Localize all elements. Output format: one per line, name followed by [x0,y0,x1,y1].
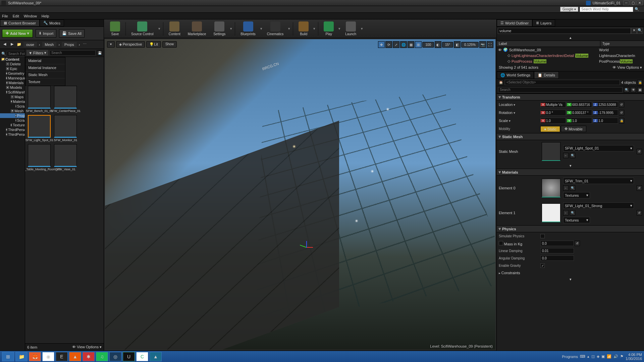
unreal-icon[interactable]: U [123,352,135,361]
rotate-tool[interactable]: ⟳ [385,41,392,48]
filter-material[interactable]: Material [25,57,65,64]
toolbar-settings[interactable]: Settings [210,21,229,37]
simulate-physics-checkbox[interactable] [540,234,545,238]
toolbar-settings-drop[interactable]: ▾ [229,26,233,31]
outliner-view-options[interactable]: 👁 View Options ▾ [612,65,642,70]
volume-icon[interactable]: 🔊 [613,354,618,359]
crumb-props[interactable]: Props [62,42,77,47]
tab-world-outliner[interactable]: ☰World Outliner [497,19,532,26]
toolbar-source-control-drop[interactable]: ▾ [158,26,161,31]
location-y-input[interactable] [572,102,592,107]
outliner-col-label[interactable]: Label [497,41,600,47]
tree-mannequin[interactable]: ▸Mannequin [0,76,25,80]
tree-scrap1[interactable]: ▪Scrap [0,104,25,109]
selected-objects-input[interactable] [505,80,620,85]
filter-material-instance[interactable]: Material Instance [25,64,65,71]
eye-icon[interactable]: 👁 [498,48,502,52]
rotation-z-input[interactable] [598,110,618,115]
tree-scifi[interactable]: ▾ScifiWarehouse [0,90,25,95]
toolbar-play-drop[interactable]: ▾ [338,26,341,31]
angle-snap-value[interactable]: 15° [442,42,453,48]
location-reset-button[interactable]: ↺ [619,102,624,107]
view-options-button[interactable]: 👁 View Options ▾ [72,345,102,349]
rotation-x-input[interactable] [545,110,566,115]
menu-file[interactable]: File [2,14,8,18]
scale-snap-value[interactable]: 0.125% [461,42,479,48]
outliner-search-input[interactable] [498,28,631,34]
mass-override-checkbox[interactable] [499,241,503,245]
menu-window[interactable]: Window [24,14,37,18]
location-x-input[interactable] [545,102,566,107]
tree-textures[interactable]: ▸Textures [0,123,25,127]
tree-delete[interactable]: ▪Delete [0,62,25,66]
details-search-icon[interactable]: 🔍 [624,87,629,93]
scale-lock-button[interactable]: 🔒 [619,118,624,123]
tree-models[interactable]: ▸Models [0,85,25,90]
tree-maps[interactable]: ▪Maps [0,95,25,99]
angle-snap-button[interactable]: ◐ [435,41,441,48]
camera-speed-button[interactable]: 📷 [479,41,486,48]
mat1-browse-button[interactable]: 🔍 [570,210,575,216]
mat1-textures-button[interactable]: Textures▾ [563,217,590,223]
toolbar-launch-drop[interactable]: ▾ [360,26,364,31]
tab-modes[interactable]: 🔧Modes [40,19,64,26]
filter-static-mesh[interactable]: Static Mesh [25,71,65,78]
nav-fwd-button[interactable]: ▶ [9,42,15,47]
toolbar-save[interactable]: Save [107,21,123,37]
rotation-reset-button[interactable]: ↺ [619,110,624,115]
tree-props[interactable]: ▪Props [0,113,25,118]
chrome-icon[interactable]: ◉ [42,352,54,361]
toolbar-blueprints[interactable]: Blueprints [237,21,259,37]
scale-y-input[interactable] [572,118,592,123]
outliner-row-postprocess[interactable]: ◇PostProcessVolume PostProcessVolume [497,58,644,64]
angular-damping-input[interactable] [540,255,574,261]
toolbar-launch[interactable]: Launch [342,21,360,37]
asset-light-spot[interactable]: SFW_Light_Spot_01 [27,115,51,142]
scale-snap-button[interactable]: ◧ [454,41,461,48]
toolbar-build[interactable]: Build [295,21,312,37]
tree-content[interactable]: 📁Content [0,57,25,62]
details-matrix-button[interactable]: ▦ [637,87,643,93]
save-all-button[interactable]: 💾Save All [59,29,85,38]
tree-materials[interactable]: ▾Materials [0,99,25,104]
mobility-static-button[interactable]: ●Static [540,126,560,132]
close-button[interactable]: ✕ [637,1,643,5]
network-icon[interactable]: 📶 [607,354,611,359]
details-search-input[interactable] [498,87,623,93]
tree-geometry[interactable]: ▸Geometry [0,71,25,76]
spotify-icon[interactable]: ♫ [96,352,108,361]
lit-button[interactable]: 💡Lit [146,41,161,48]
explorer-icon[interactable]: 📁 [15,352,28,361]
details-lock-button[interactable]: 🔒 [637,80,643,85]
sm-reset-button[interactable]: ↺ [637,149,642,154]
tray-icon[interactable]: ◈ [597,354,599,359]
tab-world-settings[interactable]: 🌐World Settings [497,71,534,79]
outliner-search-clear[interactable]: ✕ [631,28,637,34]
mass-input[interactable] [540,241,574,246]
details-home-button[interactable]: 🏠 [498,80,503,85]
firefox-icon[interactable]: 🦊 [29,352,41,361]
material-1-thumb[interactable] [542,203,560,222]
assets-search-input[interactable] [50,50,96,56]
crumb-more-button[interactable]: ⋯ [82,42,88,47]
toolbar-play[interactable]: Play [320,21,337,37]
prop-constraints[interactable]: ▸ Constraints [497,269,644,277]
sources-search-input[interactable] [7,51,25,56]
tab-details[interactable]: 📋Details [534,71,559,79]
tab-content-browser[interactable]: ▦Content Browser [0,19,40,26]
category-transform[interactable]: ▿ Transform [497,94,644,101]
mat1-use-button[interactable]: ← [563,210,569,216]
grid-snap-button[interactable]: ⊞ [415,41,422,48]
transform-gizmo[interactable] [300,241,314,254]
programs-label[interactable]: Programs [562,355,578,359]
google-menu-button[interactable]: Google ▾ [560,7,578,12]
tray-up-icon[interactable]: ▴ [587,354,589,359]
static-mesh-combo[interactable]: SFW_Light_Spot_01▾ [563,145,634,152]
surface-snap-button[interactable]: ▦ [408,41,414,48]
sm-expand-icon[interactable]: ▾ [497,163,644,169]
linear-damping-input[interactable] [540,248,574,253]
filter-texture[interactable]: Texture [25,78,65,85]
enable-gravity-checkbox[interactable] [540,263,545,268]
app-icon[interactable]: ✱ [83,352,95,361]
maximize-button[interactable]: ▢ [630,1,636,5]
